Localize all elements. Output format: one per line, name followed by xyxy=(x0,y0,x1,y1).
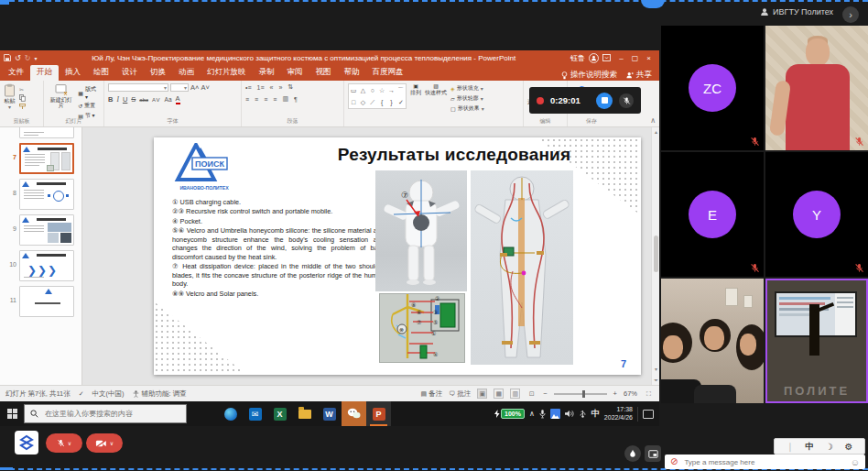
char-spacing-icon[interactable]: AV xyxy=(152,97,161,103)
camera-menu-caret-icon[interactable]: ∨ xyxy=(110,440,114,446)
participant-tile-zc[interactable]: ZC xyxy=(661,26,764,150)
normal-view-button[interactable]: ▣ xyxy=(477,389,487,399)
meeting-app-logo[interactable] xyxy=(15,431,38,455)
slide-thumbnail-panel[interactable]: 7 8 xyxy=(0,127,82,385)
zoom-slider[interactable] xyxy=(554,393,607,395)
save-icon[interactable] xyxy=(4,54,11,61)
tab-slideshow[interactable]: 幻灯片放映 xyxy=(201,65,253,81)
taskbar-edge-icon[interactable] xyxy=(218,401,243,426)
shrink-font-icon[interactable]: A˅ xyxy=(201,83,209,92)
shape-outline-button[interactable]: ▱形状轮廓▾ xyxy=(450,94,484,103)
tell-me-search[interactable]: 操作说明搜索 xyxy=(561,70,617,81)
search-input[interactable] xyxy=(43,409,180,419)
camera-off-button[interactable]: ∨ xyxy=(86,433,123,453)
start-button[interactable] xyxy=(0,401,24,426)
fit-slide-icon[interactable]: ⛶ xyxy=(644,389,654,399)
participant-tile-y[interactable]: Y xyxy=(765,152,868,277)
account-name[interactable]: 钰鲁 xyxy=(570,53,585,63)
scrollbar-thumb[interactable] xyxy=(654,236,658,272)
grow-font-icon[interactable]: A˄ xyxy=(190,83,199,92)
slide-thumbnail-8[interactable]: 8 xyxy=(5,179,78,210)
tab-transitions[interactable]: 切换 xyxy=(144,65,172,81)
indent-increase-icon[interactable]: » xyxy=(278,84,282,91)
arrange-button[interactable]: ▣排列 xyxy=(410,83,421,96)
scroll-up-icon[interactable]: ▴ xyxy=(652,128,659,135)
participant-tile-room-active[interactable]: ПОЛИТЕ xyxy=(765,279,868,403)
slide-thumbnail-7[interactable]: 7 xyxy=(5,143,78,174)
next-slide-icon[interactable]: ⏷ xyxy=(652,378,659,384)
tab-draw[interactable]: 绘图 xyxy=(87,65,115,81)
line-spacing-icon[interactable]: ⇅ xyxy=(288,83,293,91)
tray-speaker-icon[interactable] xyxy=(565,410,574,418)
gear-icon[interactable]: ⚙ xyxy=(844,442,852,452)
recording-mic-muted-button[interactable] xyxy=(619,93,634,108)
qat-dropdown-icon[interactable]: ▾ xyxy=(34,55,37,61)
pip-view-button[interactable] xyxy=(645,445,661,462)
italic-button[interactable]: I xyxy=(116,95,119,104)
participant-tile-students[interactable] xyxy=(661,279,764,403)
slide-thumbnail-11[interactable]: 11 xyxy=(5,286,78,317)
slide-thumbnail-6-partial[interactable] xyxy=(19,127,78,138)
format-painter-icon[interactable] xyxy=(19,104,27,110)
emoji-icon[interactable]: ☺ xyxy=(851,457,860,467)
zoom-level[interactable]: 67% xyxy=(624,389,637,398)
reset-button[interactable]: ↺重置 xyxy=(78,102,100,110)
zoom-out-icon[interactable]: − xyxy=(543,389,547,398)
numbering-icon[interactable]: 1≡ xyxy=(257,84,265,91)
reactions-button[interactable] xyxy=(624,445,641,462)
taskbar-word-icon[interactable]: W xyxy=(317,401,342,426)
slide-thumbnail-10[interactable]: 10 ❯❯❯ xyxy=(5,250,78,281)
tray-clock[interactable]: 17:38 2022/4/26 xyxy=(604,406,633,422)
collapse-ribbon-icon[interactable]: ∧ xyxy=(650,116,656,125)
align-right-icon[interactable]: ≡ xyxy=(264,96,267,103)
suit-diagram-photo[interactable] xyxy=(471,170,573,365)
poisk-logo[interactable]: ПОИСК xyxy=(172,143,229,185)
tray-mic-icon[interactable] xyxy=(539,410,546,419)
zoom-slider-thumb[interactable] xyxy=(582,390,585,398)
taskbar-excel-icon[interactable]: X xyxy=(267,401,292,426)
align-left-icon[interactable]: ≡ xyxy=(245,96,249,103)
bold-button[interactable]: B xyxy=(108,95,113,104)
close-button[interactable]: × xyxy=(642,54,656,62)
stop-recording-button[interactable] xyxy=(596,93,613,109)
tab-home[interactable]: 开始 xyxy=(30,65,59,81)
font-name-select[interactable]: ▾ xyxy=(108,83,168,92)
indent-decrease-icon[interactable]: « xyxy=(270,84,274,91)
zoom-in-icon[interactable]: + xyxy=(613,389,617,398)
slide-title[interactable]: Результаты исследования xyxy=(280,145,628,165)
battery-indicator[interactable]: 100% xyxy=(494,409,525,419)
ribbon-display-options-icon[interactable] xyxy=(602,54,611,61)
slide-canvas[interactable]: ПОИСК ИВАНОВО-ПОЛИТЕХ Результаты исследо… xyxy=(82,127,659,385)
tab-design[interactable]: 设计 xyxy=(115,65,144,81)
spellcheck-icon[interactable]: ✓ xyxy=(79,390,84,398)
tab-record[interactable]: 录制 xyxy=(253,65,281,81)
minimize-button[interactable]: – xyxy=(614,54,628,62)
tab-animations[interactable]: 动画 xyxy=(172,65,201,81)
accessibility-status[interactable]: 辅助功能: 调查 xyxy=(133,389,187,399)
comments-button[interactable]: 🗨批注 xyxy=(449,389,471,399)
tray-ime-indicator[interactable]: 中 xyxy=(591,408,600,420)
underline-button[interactable]: U xyxy=(123,95,127,104)
participant-tile-teacher[interactable] xyxy=(765,26,868,150)
taskbar-wechat-icon[interactable] xyxy=(342,401,366,426)
strike-button[interactable]: S xyxy=(131,95,136,104)
moon-icon[interactable]: ☽ xyxy=(825,442,833,452)
undo-icon[interactable]: ↺ xyxy=(15,54,21,62)
tray-usb-icon[interactable] xyxy=(579,410,587,418)
columns-icon[interactable]: ▥ xyxy=(282,95,288,103)
shapes-gallery[interactable]: ▭△○☆→⌒ □◇⟋{}✓ xyxy=(348,83,407,109)
shape-fill-button[interactable]: ◈形状填充▾ xyxy=(450,84,484,93)
restore-button[interactable]: ▢ xyxy=(628,54,642,62)
redo-icon[interactable]: ↻ xyxy=(25,54,31,62)
tray-photos-icon[interactable] xyxy=(550,409,560,419)
tab-file[interactable]: 文件 xyxy=(2,65,30,81)
reading-view-button[interactable]: ▥ xyxy=(510,389,520,399)
mic-menu-caret-icon[interactable]: ∨ xyxy=(68,440,71,446)
taskbar-mail-icon[interactable]: ✉ xyxy=(243,401,267,426)
notes-button[interactable]: ▤备注 xyxy=(421,389,443,399)
language-indicator[interactable]: 中文(中国) xyxy=(92,389,125,399)
slideshow-view-button[interactable]: ⊡ xyxy=(526,389,537,399)
taskbar-powerpoint-icon[interactable]: P xyxy=(366,401,391,426)
clear-format-icon[interactable]: abc xyxy=(139,97,148,103)
text-direction-icon[interactable]: ¶ xyxy=(294,96,298,103)
